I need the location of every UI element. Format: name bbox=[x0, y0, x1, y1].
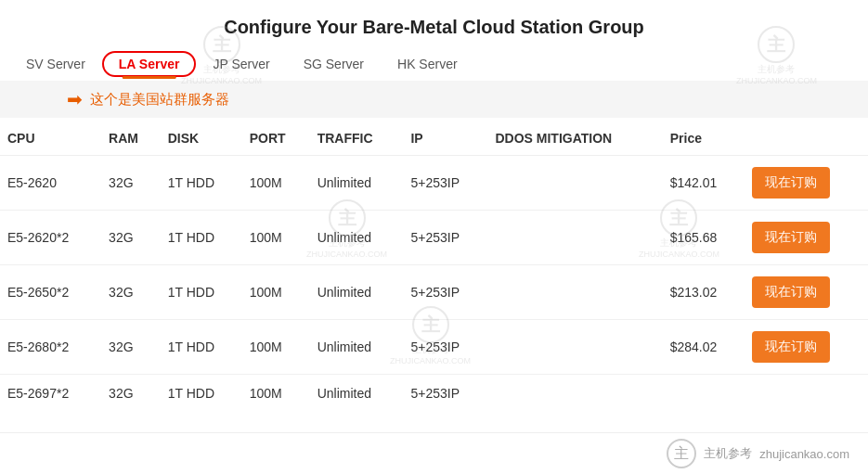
cell-ip: 5+253IP bbox=[403, 375, 487, 413]
cell-cpu: E5-2680*2 bbox=[0, 320, 101, 375]
col-ddos: DDOS MITIGATION bbox=[487, 122, 662, 156]
cell-port: 100M bbox=[242, 265, 310, 320]
buy-button[interactable]: 现在订购 bbox=[752, 167, 830, 199]
tab-sg-server[interactable]: SG Server bbox=[287, 51, 381, 77]
cell-ram: 32G bbox=[101, 320, 161, 375]
cell-ram: 32G bbox=[101, 375, 161, 413]
cell-ddos bbox=[487, 265, 662, 320]
col-port: PORT bbox=[242, 122, 310, 156]
table-row: E5-2680*2 32G 1T HDD 100M Unlimited 5+25… bbox=[0, 320, 868, 375]
buy-button[interactable]: 现在订购 bbox=[752, 331, 830, 363]
table-row: E5-2697*2 32G 1T HDD 100M Unlimited 5+25… bbox=[0, 375, 868, 413]
cell-ram: 32G bbox=[101, 211, 161, 265]
arrow-icon: ➡ bbox=[67, 88, 83, 110]
cell-ram: 32G bbox=[101, 265, 161, 320]
cell-port: 100M bbox=[242, 156, 310, 211]
cell-traffic: Unlimited bbox=[310, 211, 404, 265]
col-ram: RAM bbox=[101, 122, 161, 156]
cell-ddos bbox=[487, 211, 662, 265]
cell-ram: 32G bbox=[101, 156, 161, 211]
page-title: Configure Your Bare-Metal Cloud Station … bbox=[0, 0, 868, 44]
cell-ddos bbox=[487, 375, 662, 413]
tab-hk-server[interactable]: HK Server bbox=[381, 51, 474, 77]
cell-port: 100M bbox=[242, 211, 310, 265]
annotation-text: 这个是美国站群服务器 bbox=[90, 91, 229, 109]
table-row: E5-2650*2 32G 1T HDD 100M Unlimited 5+25… bbox=[0, 265, 868, 320]
cell-disk: 1T HDD bbox=[161, 156, 242, 211]
cell-cpu: E5-2697*2 bbox=[0, 375, 101, 413]
cell-action[interactable]: 现在订购 bbox=[745, 265, 868, 320]
server-table: CPU RAM DISK PORT TRAFFIC IP DDOS MITIGA… bbox=[0, 122, 868, 412]
col-price: Price bbox=[663, 122, 745, 156]
cell-traffic: Unlimited bbox=[310, 375, 404, 413]
table-row: E5-2620 32G 1T HDD 100M Unlimited 5+253I… bbox=[0, 156, 868, 211]
cell-price: $284.02 bbox=[663, 320, 745, 375]
table-row: E5-2620*2 32G 1T HDD 100M Unlimited 5+25… bbox=[0, 211, 868, 265]
cell-disk: 1T HDD bbox=[161, 320, 242, 375]
tab-sv-server[interactable]: SV Server bbox=[9, 51, 102, 77]
cell-action[interactable]: 现在订购 bbox=[745, 211, 868, 265]
cell-action[interactable]: 现在订购 bbox=[745, 156, 868, 211]
cell-cpu: E5-2620 bbox=[0, 156, 101, 211]
cell-price: $142.01 bbox=[663, 156, 745, 211]
cell-action[interactable]: 现在订购 bbox=[745, 320, 868, 375]
tab-jp-server[interactable]: JP Server bbox=[196, 51, 286, 77]
cell-action bbox=[745, 375, 868, 413]
cell-ddos bbox=[487, 320, 662, 375]
bottom-site: zhujicankao.com bbox=[759, 447, 849, 461]
cell-cpu: E5-2620*2 bbox=[0, 211, 101, 265]
tabs-container: SV Server LA Server JP Server SG Server … bbox=[0, 44, 868, 77]
cell-price bbox=[663, 375, 745, 413]
cell-price: $213.02 bbox=[663, 265, 745, 320]
col-cpu: CPU bbox=[0, 122, 101, 156]
buy-button[interactable]: 现在订购 bbox=[752, 222, 830, 253]
cell-traffic: Unlimited bbox=[310, 156, 404, 211]
bottom-logo-circle: 主 bbox=[667, 439, 696, 468]
cell-ip: 5+253IP bbox=[403, 156, 487, 211]
cell-disk: 1T HDD bbox=[161, 375, 242, 413]
col-action bbox=[745, 122, 868, 156]
cell-disk: 1T HDD bbox=[161, 211, 242, 265]
col-traffic: TRAFFIC bbox=[310, 122, 404, 156]
bottom-bar: 主 主机参考 zhujicankao.com bbox=[0, 432, 868, 474]
cell-ip: 5+253IP bbox=[403, 320, 487, 375]
buy-button[interactable]: 现在订购 bbox=[752, 276, 830, 308]
cell-port: 100M bbox=[242, 375, 310, 413]
tab-la-server[interactable]: LA Server bbox=[102, 51, 197, 77]
table-header-row: CPU RAM DISK PORT TRAFFIC IP DDOS MITIGA… bbox=[0, 122, 868, 156]
cell-price: $165.68 bbox=[663, 211, 745, 265]
cell-ddos bbox=[487, 156, 662, 211]
bottom-brand: 主机参考 bbox=[704, 445, 752, 462]
cell-port: 100M bbox=[242, 320, 310, 375]
annotation-bar: ➡ 这个是美国站群服务器 bbox=[0, 81, 868, 118]
cell-traffic: Unlimited bbox=[310, 320, 404, 375]
cell-ip: 5+253IP bbox=[403, 265, 487, 320]
cell-traffic: Unlimited bbox=[310, 265, 404, 320]
cell-cpu: E5-2650*2 bbox=[0, 265, 101, 320]
cell-disk: 1T HDD bbox=[161, 265, 242, 320]
col-disk: DISK bbox=[161, 122, 242, 156]
col-ip: IP bbox=[403, 122, 487, 156]
cell-ip: 5+253IP bbox=[403, 211, 487, 265]
